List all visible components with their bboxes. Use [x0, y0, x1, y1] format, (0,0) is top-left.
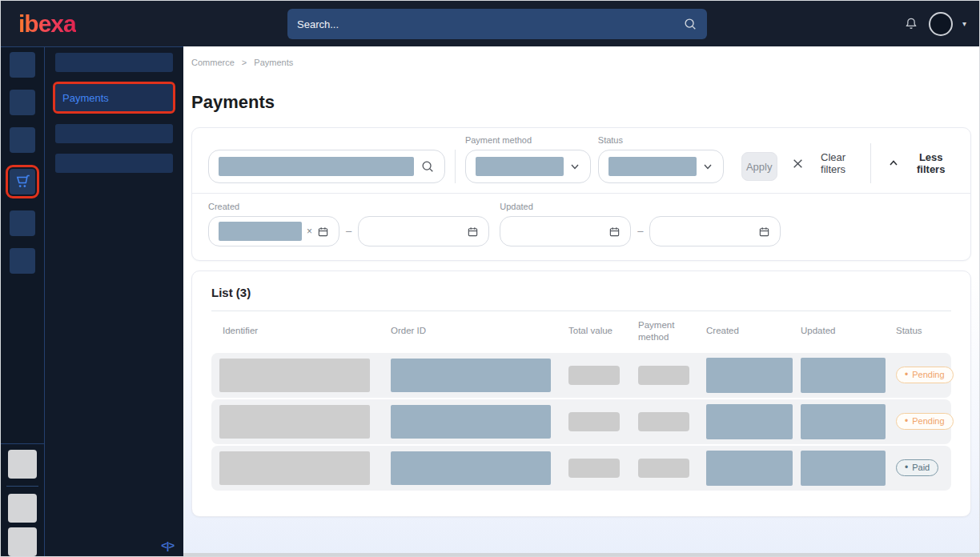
- breadcrumb-payments[interactable]: Payments: [254, 58, 293, 67]
- column-header-status: Status: [896, 325, 951, 337]
- order-id-placeholder: [391, 405, 551, 439]
- chevron-up-icon: [888, 158, 899, 169]
- identifier-placeholder: [219, 451, 370, 485]
- search-icon: [420, 159, 435, 174]
- updated-from-date-input[interactable]: [500, 216, 631, 246]
- total-value-placeholder: [568, 366, 620, 385]
- column-header-updated: Updated: [801, 325, 896, 337]
- total-value-placeholder: [568, 412, 620, 431]
- clear-filters-button[interactable]: Clear filters: [792, 151, 856, 175]
- bottom-scrollbar-strip[interactable]: [183, 553, 979, 556]
- calendar-icon: [608, 226, 621, 238]
- payment-method-placeholder: [638, 412, 689, 431]
- created-from-date-input[interactable]: ×: [208, 216, 339, 246]
- created-to-date-input[interactable]: [358, 216, 489, 246]
- filter-search-input[interactable]: [208, 150, 445, 183]
- sidebar-rail-item-6[interactable]: [10, 248, 35, 274]
- global-search-input[interactable]: [297, 18, 683, 30]
- user-menu-caret-icon[interactable]: ▾: [962, 19, 966, 28]
- created-from-value-placeholder: [219, 222, 302, 241]
- main-content: Commerce > Payments Payments: [183, 46, 979, 556]
- identifier-placeholder: [219, 405, 370, 439]
- payment-method-label: Payment method: [465, 135, 591, 145]
- table-row[interactable]: Pending: [211, 353, 951, 398]
- calendar-icon: [317, 226, 329, 238]
- sidebar-rail-item-5[interactable]: [10, 210, 35, 236]
- close-icon: [792, 158, 804, 170]
- order-id-placeholder: [391, 451, 551, 485]
- sidebar-rail-bottom-item-1[interactable]: [8, 450, 37, 479]
- user-avatar[interactable]: [929, 12, 953, 36]
- sidebar-rail-bottom-group: [1, 443, 44, 556]
- clear-filters-label: Clear filters: [811, 151, 856, 175]
- column-header-identifier: Identifier: [211, 325, 391, 337]
- sidebar-rail-bottom-item-3[interactable]: [8, 527, 37, 556]
- created-placeholder: [706, 358, 793, 393]
- status-badge: Pending: [896, 413, 954, 430]
- updated-to-date-input[interactable]: [649, 216, 781, 246]
- table-row[interactable]: Paid: [211, 446, 951, 491]
- order-id-placeholder: [391, 359, 551, 392]
- payment-method-placeholder: [638, 366, 689, 385]
- top-bar: ibexa ▾: [1, 1, 979, 46]
- clear-date-icon[interactable]: ×: [307, 226, 312, 237]
- sidebar-menu-item-3[interactable]: [55, 124, 173, 143]
- shopping-cart-icon: [14, 173, 31, 190]
- bell-icon[interactable]: [903, 16, 919, 32]
- updated-placeholder: [801, 451, 886, 486]
- filter-search-value-placeholder: [219, 157, 414, 176]
- column-header-created: Created: [706, 325, 801, 337]
- chevron-down-icon: [569, 161, 580, 172]
- filter-divider: [870, 143, 871, 183]
- status-badge: Pending: [896, 367, 954, 383]
- breadcrumb-commerce[interactable]: Commerce: [191, 58, 235, 67]
- ibexa-logo: ibexa: [18, 10, 76, 38]
- sidebar-rail-bottom-item-2[interactable]: [8, 494, 37, 523]
- sidebar-rail-item-commerce[interactable]: [10, 169, 35, 194]
- sidebar-rail-item-2[interactable]: [10, 90, 35, 115]
- table-row[interactable]: Pending: [211, 399, 951, 444]
- page-title: Payments: [191, 92, 979, 113]
- sidebar-rail-item-1[interactable]: [10, 52, 35, 78]
- date-range-separator: –: [346, 225, 351, 237]
- sidebar-icon-rail: [1, 46, 45, 556]
- less-filters-button[interactable]: Less filters: [888, 151, 954, 175]
- breadcrumb-separator: >: [242, 58, 247, 67]
- sidebar-collapse-icon[interactable]: <|>: [161, 539, 174, 551]
- status-label: Status: [598, 135, 724, 145]
- updated-placeholder: [801, 358, 886, 393]
- global-search[interactable]: [287, 9, 707, 39]
- sidebar-menu-panel: Payments <|>: [45, 46, 183, 556]
- total-value-placeholder: [568, 459, 620, 478]
- less-filters-label: Less filters: [907, 151, 954, 175]
- column-header-order-id: Order ID: [391, 325, 568, 337]
- apply-button[interactable]: Apply: [741, 152, 777, 181]
- date-range-separator: –: [637, 225, 643, 237]
- created-placeholder: [706, 404, 793, 439]
- column-header-payment-method: Payment method: [638, 319, 688, 343]
- updated-placeholder: [801, 404, 886, 439]
- chevron-down-icon: [702, 161, 713, 172]
- payment-method-select[interactable]: [465, 150, 591, 183]
- list-title: List (3): [211, 286, 951, 299]
- sidebar-rail-item-3[interactable]: [10, 127, 35, 153]
- search-icon: [683, 17, 697, 31]
- column-header-total-value: Total value: [568, 325, 638, 337]
- status-select[interactable]: [598, 150, 724, 183]
- breadcrumb: Commerce > Payments: [183, 46, 979, 67]
- created-placeholder: [706, 451, 793, 486]
- created-label: Created: [208, 202, 339, 211]
- sidebar-menu-item-payments-label: Payments: [62, 92, 109, 104]
- sidebar-menu-item-4[interactable]: [55, 154, 173, 173]
- table-header-row: Identifier Order ID Total value Payment …: [211, 311, 951, 353]
- payment-method-placeholder: [638, 459, 689, 478]
- status-value-placeholder: [608, 157, 697, 176]
- calendar-icon: [467, 226, 479, 238]
- filters-panel: Payment method Status: [191, 127, 971, 261]
- status-badge: Paid: [896, 459, 938, 476]
- payments-list-panel: List (3) Identifier Order ID Total value…: [191, 270, 971, 517]
- sidebar-menu-item-1[interactable]: [55, 53, 173, 72]
- filter-divider: [455, 150, 456, 183]
- sidebar-menu-item-payments[interactable]: Payments: [55, 84, 173, 111]
- app-window: ibexa ▾: [0, 0, 980, 557]
